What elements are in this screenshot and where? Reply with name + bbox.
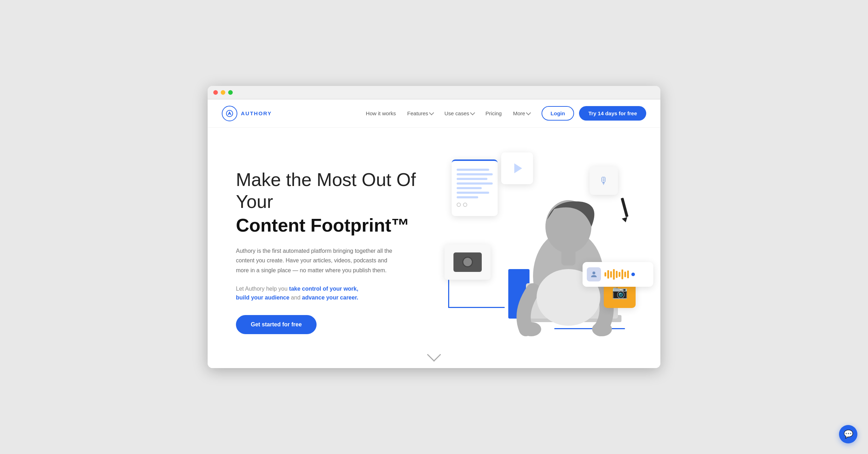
logo-text: AUTHORY	[241, 110, 272, 116]
mic-icon: 🎙	[599, 175, 609, 187]
cta-link-control[interactable]: take control of your work,	[289, 286, 358, 292]
doc-circles	[457, 203, 493, 207]
browser-window: AUTHORY How it works Features Use cases …	[208, 86, 660, 368]
doc-line	[457, 173, 493, 175]
audio-bar	[624, 272, 626, 277]
try-free-button[interactable]: Try 14 days for free	[579, 106, 646, 121]
mic-card: 🎙	[590, 167, 618, 195]
camera-lens	[462, 257, 473, 267]
page-content: AUTHORY How it works Features Use cases …	[208, 99, 660, 368]
accent-line	[448, 280, 449, 308]
svg-point-11	[592, 322, 612, 336]
nav-pricing[interactable]: Pricing	[486, 110, 502, 116]
audio-bar	[610, 271, 612, 278]
hero-title-line1: Make the Most Out Of Your	[236, 169, 441, 213]
play-card	[501, 152, 533, 184]
doc-line	[457, 196, 478, 198]
close-dot[interactable]	[213, 90, 218, 95]
chat-button[interactable]: 💬	[839, 425, 857, 443]
svg-point-4	[592, 272, 595, 274]
pen-icon	[614, 195, 636, 223]
hero-content: Make the Most Out Of Your Content Footpr…	[236, 169, 441, 334]
nav-how-it-works[interactable]: How it works	[366, 110, 396, 116]
scroll-indicator[interactable]	[429, 355, 439, 360]
pen-card	[611, 195, 639, 223]
svg-rect-13	[561, 248, 575, 266]
maximize-dot[interactable]	[228, 90, 233, 95]
chevron-down-icon	[526, 110, 531, 115]
doc-line	[457, 192, 489, 194]
doc-circle	[463, 203, 467, 207]
audio-card	[583, 262, 653, 287]
hero-title-line2: Content Footprint™	[236, 214, 441, 236]
login-button[interactable]: Login	[542, 106, 574, 121]
chat-icon: 💬	[844, 430, 853, 439]
audio-bar	[613, 269, 615, 280]
logo-icon	[222, 106, 237, 121]
chevron-down-icon	[470, 110, 475, 115]
doc-circle	[457, 203, 461, 207]
camera-body	[453, 252, 482, 272]
cta-link-career[interactable]: advance your career.	[302, 295, 358, 301]
nav-more[interactable]: More	[513, 110, 530, 116]
hero-description: Authory is the first automated platform …	[236, 246, 399, 275]
nav-actions: Login Try 14 days for free	[542, 106, 646, 121]
play-icon	[514, 163, 522, 173]
doc-line	[457, 178, 487, 180]
chevron-down-icon	[429, 110, 434, 115]
hero-visual: 🎙 📷	[441, 152, 646, 350]
doc-line	[457, 182, 493, 185]
doc-line	[457, 187, 482, 189]
camera-icon: 📷	[612, 285, 628, 299]
audio-bar	[621, 269, 623, 279]
audio-bar	[604, 272, 606, 277]
doc-lines	[457, 169, 493, 198]
logo[interactable]: AUTHORY	[222, 106, 272, 121]
audio-bar	[627, 270, 629, 278]
nav-links: How it works Features Use cases Pricing …	[366, 110, 530, 116]
svg-marker-3	[622, 217, 629, 223]
audio-bar	[616, 271, 618, 278]
cta-link-audience[interactable]: build your audience	[236, 295, 289, 301]
svg-point-10	[521, 322, 541, 336]
audio-waveform	[604, 269, 649, 280]
navbar: AUTHORY How it works Features Use cases …	[208, 99, 660, 128]
document-card	[452, 159, 498, 216]
browser-chrome	[208, 86, 660, 99]
hero-section: Make the Most Out Of Your Content Footpr…	[208, 128, 660, 368]
get-started-button[interactable]: Get started for free	[236, 315, 317, 334]
audio-bar	[607, 270, 609, 279]
camera-card	[445, 244, 491, 280]
doc-line	[457, 169, 489, 171]
audio-playhead	[631, 273, 635, 276]
minimize-dot[interactable]	[221, 90, 225, 95]
nav-use-cases[interactable]: Use cases	[445, 110, 474, 116]
audio-avatar	[587, 267, 601, 281]
svg-rect-2	[621, 198, 629, 217]
nav-features[interactable]: Features	[407, 110, 433, 116]
audio-bar	[619, 272, 620, 277]
hero-cta-text: Let Authory help you take control of you…	[236, 284, 441, 302]
